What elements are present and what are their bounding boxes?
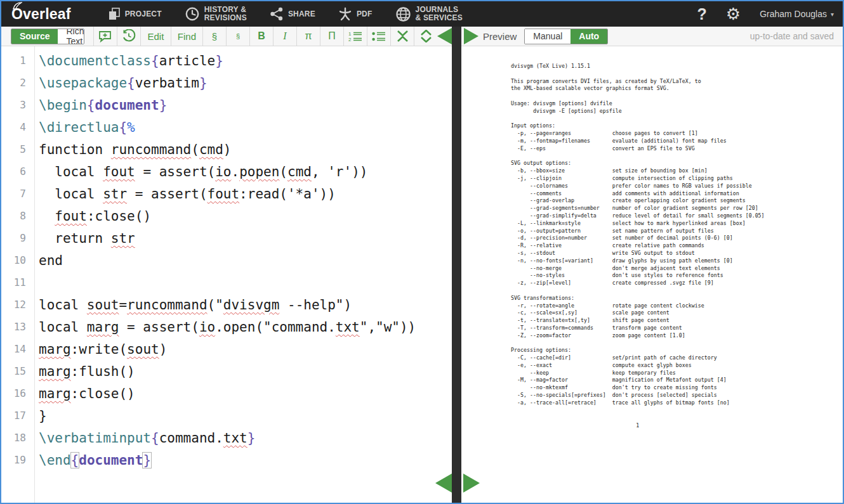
line-number: 11 (1, 276, 34, 288)
navbar-item-label: PDF (357, 10, 373, 18)
code-line[interactable]: 19\end{document} (1, 449, 452, 471)
code-line[interactable]: 7 local str = assert(fout:read('*a')) (1, 183, 452, 205)
line-number: 6 (1, 165, 34, 178)
code-line[interactable]: 4\directlua{% (1, 116, 452, 138)
code-line[interactable]: 18\verbatiminput{command.txt} (1, 427, 452, 449)
code-line[interactable]: 11 (1, 271, 452, 294)
navbar-item-label: HISTORY & (204, 5, 246, 14)
help-button[interactable]: ? (697, 5, 707, 23)
code-line[interactable]: 1\documentclass{article} (1, 49, 452, 72)
code-line[interactable]: 8 fout:close() (1, 205, 452, 227)
share-icon (270, 7, 284, 21)
code-line[interactable]: 16marg:close() (1, 382, 452, 404)
navbar-item-share[interactable]: SHARE (270, 7, 315, 21)
bullet-list-button[interactable] (367, 27, 390, 46)
collapse-editor-arrow[interactable] (437, 28, 452, 44)
settings-gear-icon[interactable]: ⚙ (726, 6, 741, 22)
preview-toolbar: Preview Manual Auto up-to-date and saved (461, 27, 843, 46)
subsection-button[interactable]: § (226, 27, 249, 46)
italic-button[interactable]: I (273, 27, 296, 46)
inline-math-button[interactable]: π (296, 27, 320, 46)
code-line[interactable]: 3\begin{document} (1, 94, 452, 116)
bold-button[interactable]: B (249, 27, 273, 46)
line-number: 7 (1, 188, 34, 200)
pdf-text: dvisvgm (TeX Live) 1.15.1 This program c… (511, 63, 765, 407)
expand-button[interactable] (414, 27, 437, 46)
pdf-page-number: 1 (511, 422, 765, 429)
top-navbar: Overleaf PROJECT HISTORY &REVISIONS (1, 1, 843, 27)
navbar-item-journals-services[interactable]: JOURNALS& SERVICES (395, 6, 463, 22)
chevron-down-icon: ▾ (831, 11, 834, 18)
collapse-button[interactable] (390, 27, 414, 46)
leaf-icon (12, 2, 22, 10)
pane-divider[interactable] (452, 27, 461, 503)
line-number: 19 (1, 454, 34, 466)
code-line[interactable]: 10end (1, 249, 452, 271)
add-comment-button[interactable] (93, 27, 117, 46)
rich-text-tab[interactable]: Rich Text (58, 29, 84, 44)
line-number: 10 (1, 254, 34, 266)
navbar-item-label: & SERVICES (416, 13, 463, 22)
navbar-item-label: PROJECT (125, 10, 162, 18)
code-line[interactable]: 12local sout=runcommand("dvisvgm --help"… (1, 294, 452, 316)
line-number: 9 (1, 232, 34, 244)
svg-text:2: 2 (348, 37, 352, 42)
project-icon (108, 8, 121, 20)
navbar-menu: PROJECT HISTORY &REVISIONS SHARE (108, 6, 463, 22)
manual-compile-tab[interactable]: Manual (525, 29, 570, 44)
source-tab[interactable]: Source (11, 29, 58, 44)
source-richtext-toggle: Source Rich Text (11, 29, 84, 44)
section-button[interactable]: § (202, 27, 226, 46)
code-line[interactable]: 2\usepackage{verbatim} (1, 72, 452, 94)
code-line[interactable]: 13local marg = assert(io.open("command.t… (1, 316, 452, 338)
navbar-item-label: JOURNALS (416, 5, 459, 14)
code-line[interactable]: 17} (1, 404, 452, 427)
line-number: 8 (1, 210, 34, 222)
navbar-item-label: REVISIONS (204, 13, 247, 22)
expand-preview-arrow-bottom[interactable] (463, 474, 480, 493)
pdf-preview-scroll[interactable]: dvisvgm (TeX Live) 1.15.1 This program c… (461, 46, 843, 503)
user-menu[interactable]: Graham Douglas ▾ (760, 9, 834, 19)
pdf-icon (338, 6, 352, 22)
line-number: 18 (1, 432, 34, 444)
history-restore-icon (122, 29, 136, 43)
track-changes-button[interactable] (117, 27, 140, 46)
line-number: 2 (1, 77, 34, 89)
edit-menu-button[interactable]: Edit (140, 27, 171, 46)
code-line[interactable]: 15marg:flush() (1, 360, 452, 382)
code-line[interactable]: 9 return str (1, 227, 452, 249)
svg-text:1: 1 (348, 31, 352, 37)
save-status: up-to-date and saved (750, 31, 843, 41)
display-math-button[interactable]: Π (320, 27, 343, 46)
compile-mode-toggle: Manual Auto (524, 29, 608, 44)
numbered-list-button[interactable]: 1 2 (343, 27, 367, 46)
code-line[interactable]: 14marg:write(sout) (1, 338, 452, 360)
collapse-icon (397, 30, 409, 42)
code-line[interactable]: 6 local fout = assert(io.popen(cmd, 'r')… (1, 160, 452, 183)
expand-preview-arrow[interactable] (464, 28, 478, 44)
line-number: 12 (1, 299, 34, 311)
find-button[interactable]: Find (171, 27, 202, 46)
navbar-item-project[interactable]: PROJECT (108, 8, 162, 20)
navbar-item-history-revisions[interactable]: HISTORY &REVISIONS (185, 6, 247, 22)
overleaf-logo[interactable]: Overleaf (11, 6, 71, 23)
navbar-item-pdf[interactable]: PDF (338, 6, 373, 22)
preview-pane: Preview Manual Auto up-to-date and saved… (461, 27, 843, 503)
collapse-editor-arrow-bottom[interactable] (435, 474, 452, 493)
preview-label: Preview (483, 31, 517, 42)
code-editor[interactable]: 1\documentclass{article}2\usepackage{ver… (1, 46, 452, 503)
pdf-page: dvisvgm (TeX Live) 1.15.1 This program c… (511, 63, 765, 429)
line-number: 16 (1, 387, 34, 399)
line-number: 14 (1, 343, 34, 355)
code-area: 1\documentclass{article}2\usepackage{ver… (1, 49, 452, 471)
navbar-item-label: SHARE (288, 10, 315, 18)
line-number: 1 (1, 55, 34, 67)
expand-icon (420, 30, 432, 42)
code-line[interactable]: 5function runcommand(cmd) (1, 138, 452, 160)
line-number: 13 (1, 321, 34, 333)
globe-icon (395, 6, 411, 22)
line-number: 15 (1, 365, 34, 377)
auto-compile-tab[interactable]: Auto (570, 29, 607, 44)
line-number: 3 (1, 99, 34, 111)
line-number: 17 (1, 410, 34, 422)
